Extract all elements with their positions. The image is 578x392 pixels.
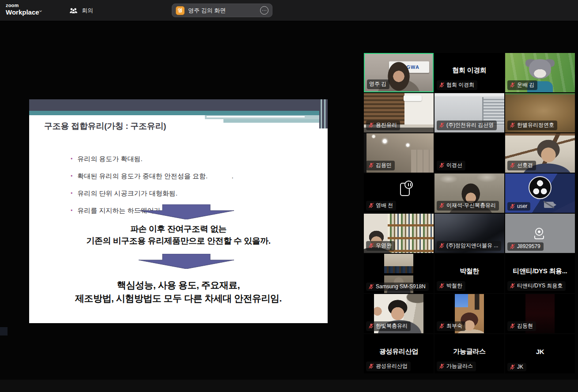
participant-name: 김동현 [517, 322, 533, 330]
slide-conclusion-text: 핵심성능, 사용 용도, 주요재료, 제조방법, 시험방법도 모두 다른 차세대… [29, 279, 328, 305]
participant-name: 용진유리 [376, 121, 397, 129]
shared-screen-badge: 영 [176, 6, 185, 15]
muted-mic-icon [439, 82, 445, 88]
participant-name-tag: 한별유리정연호 [507, 121, 557, 130]
participant-name-tag: 한빛복층유리 [366, 321, 411, 331]
muted-mic-icon [510, 162, 515, 168]
muted-mic-icon [368, 243, 374, 249]
camera-off-icon [544, 202, 554, 208]
participant-tile-20[interactable]: 최부숙 [434, 294, 504, 333]
participant-name-tag: 가능글라스 [437, 362, 476, 371]
participant-name-tag: 용진유리 [366, 121, 400, 130]
participant-name-tag: 이재석-우신복층유리 [437, 201, 499, 211]
participant-name: 최부숙 [446, 322, 462, 330]
participant-name-tag: (주)정암지앤더블유 ... [437, 241, 501, 251]
participant-name-tag: user [507, 202, 530, 211]
slide-teal-band [29, 111, 328, 115]
muted-mic-icon [368, 323, 374, 329]
slide-title: 구조용 접합유리(가칭 : 구조유리) [44, 121, 166, 132]
participant-name-tag: 영배 천 [366, 201, 396, 211]
participant-name: Samsung SM-S918N [376, 283, 426, 290]
muted-mic-icon [439, 122, 445, 128]
participant-centered-name: 티앤티/DYS 최용... [505, 267, 575, 275]
participant-name-tag: J8929579 [507, 242, 544, 251]
muted-mic-icon [368, 284, 374, 290]
participant-tile-15[interactable]: J8929579 [505, 214, 575, 253]
slide-edge-stripes [319, 99, 328, 128]
obs-logo-icon [529, 176, 552, 199]
participant-grid: 영주 김협회 이경희협회 이경희운배 김용진유리(주)인천유리 김선영한별유리정… [364, 53, 575, 373]
top-bar: zoom Workplace ⌄ 회의 영 영주 김의 화면 ⋯ [0, 0, 578, 21]
participant-name: (주)정암지앤더블유 ... [446, 242, 498, 249]
participant-tile-10[interactable]: 영배 천 [364, 173, 434, 213]
participant-name: 한빛복층유리 [376, 322, 408, 330]
participant-tile-4[interactable]: 용진유리 [364, 93, 434, 132]
participant-name-tag: 영주 김 [367, 79, 389, 89]
participant-name: user [517, 203, 527, 209]
logo-line2: Workplace [6, 9, 39, 15]
muted-mic-icon [368, 162, 374, 168]
participant-tile-8[interactable]: 이경선 [434, 133, 504, 173]
presentation-slide: 구조용 접합유리(가칭 : 구조유리) 유리의 용도가 확대됨. 확대된 유리의… [29, 99, 328, 323]
participant-tile-24[interactable]: JKJK [505, 334, 575, 373]
slide-bullet: 확대된 유리의 용도가 중대한 안전성을 요함. . [71, 171, 234, 181]
muted-mic-icon [439, 363, 445, 369]
participant-name: 영배 천 [376, 202, 393, 209]
slide-header-band [29, 99, 328, 111]
participant-name-tag: 최부숙 [437, 321, 465, 331]
participant-name: (주)인천유리 김선영 [446, 121, 494, 129]
participant-name-tag: 김용민 [366, 161, 395, 170]
participant-tile-2[interactable]: 협회 이경희협회 이경희 [434, 53, 504, 92]
participant-name-tag: Samsung SM-S918N [366, 283, 429, 291]
participant-centered-name: 협회 이경희 [434, 66, 504, 75]
participant-name-tag: JK [507, 363, 526, 371]
participant-tile-17[interactable]: 박철한박철한 [434, 254, 504, 293]
zoom-workplace-logo: zoom Workplace [6, 3, 39, 15]
participant-name: JK [517, 364, 523, 370]
participant-name: J8929579 [517, 243, 540, 249]
participant-name: 우영완 [376, 242, 392, 249]
shared-screen-pill[interactable]: 영 영주 김의 화면 ⋯ [172, 4, 272, 17]
meeting-tab-label: 회의 [82, 7, 93, 15]
participant-tile-19[interactable]: 한빛복층유리 [364, 294, 434, 333]
participant-name: 협회 이경희 [446, 81, 474, 89]
participant-name-tag: (주)인천유리 김선영 [437, 121, 497, 130]
participant-name: 이재석-우신복층유리 [446, 202, 496, 209]
participant-name-tag: 티앤티/DYS 최용호 [507, 281, 566, 291]
participant-name: 티앤티/DYS 최용호 [517, 282, 563, 290]
participant-tile-12[interactable]: user [505, 173, 575, 213]
more-options-icon[interactable]: ⋯ [260, 6, 268, 15]
participant-tile-16[interactable]: Samsung SM-S918N [364, 254, 434, 293]
participant-tile-7[interactable]: 김용민 [364, 133, 434, 173]
participant-tile-23[interactable]: 가능글라스가능글라스 [434, 334, 504, 373]
muted-mic-icon [510, 283, 515, 289]
chevron-down-icon[interactable]: ⌄ [38, 6, 43, 13]
shared-screen-title: 영주 김의 화면 [188, 7, 257, 15]
participant-centered-name: 가능글라스 [434, 347, 504, 356]
muted-mic-icon [439, 243, 445, 249]
muted-mic-icon [439, 203, 445, 208]
participant-name: 운배 김 [517, 81, 534, 89]
participant-tile-11[interactable]: 이재석-우신복층유리 [434, 173, 504, 213]
participant-name-tag: 우영완 [366, 241, 395, 251]
participant-tile-13[interactable]: 우영완 [364, 214, 434, 253]
participant-tile-14[interactable]: (주)정암지앤더블유 ... [434, 214, 504, 253]
participant-tile-6[interactable]: 한별유리정연호 [505, 93, 575, 132]
participant-tile-5[interactable]: (주)인천유리 김선영 [434, 93, 504, 132]
participant-tile-1[interactable]: 영주 김 [364, 53, 434, 92]
participant-tile-21[interactable]: 김동현 [505, 294, 575, 333]
tab-meeting[interactable]: 회의 [69, 0, 93, 21]
participant-tile-9[interactable]: 선호경 [505, 133, 575, 173]
participant-name: 선호경 [517, 162, 533, 169]
phone-paused-icon [400, 183, 410, 196]
participant-name-tag: 협회 이경희 [437, 80, 477, 90]
participant-tile-18[interactable]: 티앤티/DYS 최용...티앤티/DYS 최용호 [505, 254, 575, 293]
participant-name: 광성유리산업 [376, 362, 408, 370]
participant-name: 가능글라스 [446, 362, 473, 370]
participant-tile-3[interactable]: 운배 김 [505, 53, 575, 92]
slide-accent-bar-2 [223, 119, 328, 123]
muted-mic-icon [510, 122, 515, 128]
participant-tile-22[interactable]: 광성유리산업광성유리산업 [364, 334, 434, 373]
participant-name: 김용민 [376, 162, 392, 169]
zoom-meeting-window: zoom Workplace ⌄ 회의 영 영주 김의 화면 ⋯ [0, 0, 578, 392]
